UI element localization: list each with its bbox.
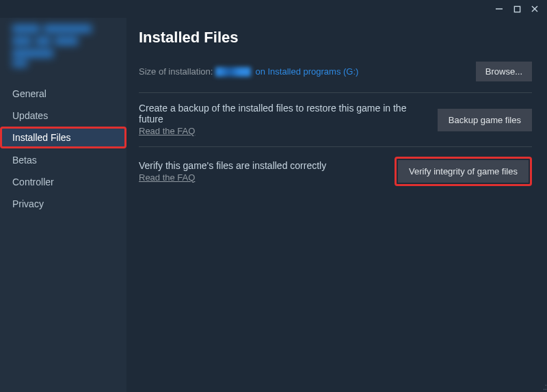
size-value-redacted: [215, 67, 251, 77]
game-header: [0, 21, 126, 72]
sidebar-item-updates[interactable]: Updates: [0, 105, 126, 127]
sidebar-item-controller[interactable]: Controller: [0, 171, 126, 193]
sidebar-item-betas[interactable]: Betas: [0, 149, 126, 171]
sidebar-item-privacy[interactable]: Privacy: [0, 193, 126, 215]
sidebar: General Updates Installed Files Betas Co…: [0, 18, 126, 392]
backup-faq-link[interactable]: Read the FAQ: [139, 126, 195, 136]
main-panel: Installed Files Size of installation: on…: [126, 18, 547, 392]
backup-description: Create a backup of the installed files t…: [139, 103, 412, 125]
backup-button[interactable]: Backup game files: [438, 109, 532, 131]
verify-description: Verify this game's files are installed c…: [139, 160, 326, 171]
minimize-button[interactable]: [491, 2, 507, 16]
verify-highlight: Verify integrity of game files: [395, 157, 532, 186]
install-size-row: Size of installation: on Installed progr…: [139, 62, 532, 81]
svg-rect-1: [514, 6, 520, 12]
browse-button[interactable]: Browse...: [476, 62, 532, 81]
maximize-button[interactable]: [509, 2, 525, 16]
close-button[interactable]: [526, 2, 543, 16]
size-location: on Installed programs (G:): [255, 66, 358, 77]
page-title: Installed Files: [139, 29, 532, 47]
verify-faq-link[interactable]: Read the FAQ: [139, 172, 195, 183]
sidebar-item-general[interactable]: General: [0, 83, 126, 105]
resize-grip-icon[interactable]: .. .. . .: [536, 381, 546, 391]
titlebar: [0, 0, 547, 18]
backup-section: Create a backup of the installed files t…: [139, 92, 532, 146]
properties-window: General Updates Installed Files Betas Co…: [0, 0, 547, 392]
sidebar-item-installed-files[interactable]: Installed Files: [0, 127, 126, 148]
sidebar-nav: General Updates Installed Files Betas Co…: [0, 83, 126, 215]
verify-integrity-button[interactable]: Verify integrity of game files: [398, 160, 529, 183]
verify-section: Verify this game's files are installed c…: [139, 146, 532, 196]
size-label: Size of installation:: [139, 66, 213, 77]
game-artwork: [12, 25, 117, 68]
